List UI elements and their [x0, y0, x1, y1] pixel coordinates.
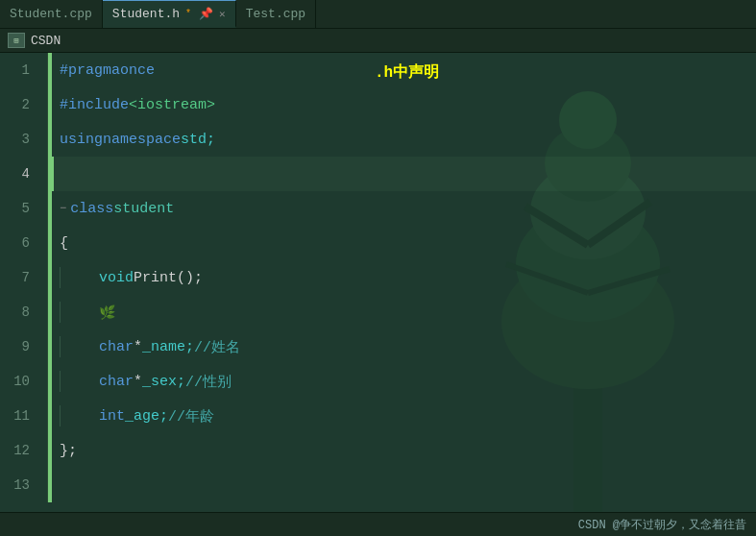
token-line-10-1: * [134, 374, 142, 390]
token-line-11-1: _age; [125, 408, 168, 425]
indent-guide-1-line-9 [60, 336, 61, 357]
token-line-7-1: Print(); [134, 270, 203, 286]
tab-student-cpp[interactable]: Student.cpp [0, 0, 103, 28]
code-editor: 12345678910111213 #pragma once#include <… [0, 53, 756, 502]
status-text: CSDN @争不过朝夕，又念着往昔 [578, 517, 746, 533]
token-line-9-0: char [99, 339, 134, 355]
csdn-icon: ⊞ [8, 33, 25, 48]
token-line-6-0: { [60, 235, 68, 252]
token-line-5-0: class [70, 201, 113, 217]
indent-guide-1-line-7 [60, 267, 61, 288]
cursor-plant: 🌿 [99, 305, 115, 321]
token-line-10-4: //性别 [185, 373, 232, 391]
token-line-7-0: void [99, 270, 134, 286]
line-number-10: 10 [0, 364, 37, 399]
tab-label-student-h: Student.h [112, 7, 180, 21]
line-numbers-gutter: 12345678910111213 [0, 53, 48, 502]
indent-guide-1-line-8 [60, 302, 61, 323]
code-line-1: #pragma once [52, 53, 756, 87]
line-number-1: 1 [0, 53, 37, 87]
code-line-10: char* _sex; //性别 [52, 364, 756, 399]
status-bar: CSDN @争不过朝夕，又念着往昔 [0, 512, 756, 536]
code-line-4 [52, 157, 756, 191]
token-line-3-2: std; [181, 132, 215, 148]
line-number-9: 9 [0, 329, 37, 364]
tab-bar: Student.cpp Student.h * 📌 ✕ Test.cpp [0, 0, 756, 29]
toolbar-title: CSDN [31, 34, 61, 48]
tab-pin-icon: 📌 [199, 7, 213, 21]
code-line-5: −class student [52, 191, 756, 226]
tab-label-test-cpp: Test.cpp [246, 7, 305, 21]
code-content[interactable]: #pragma once#include <iostream>using nam… [52, 53, 756, 502]
tab-student-h[interactable]: Student.h * 📌 ✕ [103, 0, 236, 28]
token-line-2-0: #include [60, 97, 129, 113]
collapse-indicator-line-5[interactable]: − [60, 202, 66, 215]
tab-modified-indicator: * [185, 9, 191, 19]
line-number-4: 4 [0, 157, 37, 191]
line-number-13: 13 [0, 468, 37, 502]
code-line-2: #include <iostream> [52, 87, 756, 122]
token-line-11-3: //年龄 [168, 407, 214, 426]
code-line-13 [52, 468, 756, 502]
code-line-7: void Print(); [52, 260, 756, 295]
indent-guide-1-line-10 [60, 371, 61, 392]
token-line-11-0: int [99, 408, 125, 425]
token-line-3-1: namespace [103, 132, 181, 148]
tab-test-cpp[interactable]: Test.cpp [236, 0, 316, 28]
token-line-12-0: }; [60, 443, 77, 459]
token-line-10-2: _sex; [142, 374, 185, 390]
code-line-3: using namespace std; [52, 122, 756, 157]
code-line-9: char* _name; //姓名 [52, 329, 756, 364]
token-line-5-1: student [113, 201, 174, 217]
token-line-1-1: once [120, 62, 155, 79]
token-line-9-1: * [134, 339, 142, 355]
code-line-11: int _age; //年龄 [52, 399, 756, 433]
token-line-9-2: _name; [142, 339, 194, 355]
code-line-6: { [52, 226, 756, 260]
token-line-1-0: #pragma [60, 62, 120, 79]
line-number-6: 6 [0, 226, 37, 260]
code-line-8: 🌿 [52, 295, 756, 329]
token-line-10-0: char [99, 374, 134, 390]
line-number-8: 8 [0, 295, 37, 329]
token-line-3-0: using [60, 132, 103, 148]
line-number-3: 3 [0, 122, 37, 157]
line-number-12: 12 [0, 433, 37, 468]
tab-label-student-cpp: Student.cpp [10, 7, 92, 21]
token-line-9-4: //姓名 [194, 338, 240, 356]
line-number-5: 5 [0, 191, 37, 226]
line-number-11: 11 [0, 399, 37, 433]
code-line-12: }; [52, 433, 756, 468]
toolbar: ⊞ CSDN [0, 29, 756, 53]
token-line-2-1: <iostream> [129, 97, 215, 113]
line-number-2: 2 [0, 87, 37, 122]
tab-close-button[interactable]: ✕ [219, 8, 226, 20]
line-number-7: 7 [0, 260, 37, 295]
indent-guide-1-line-11 [60, 405, 61, 426]
